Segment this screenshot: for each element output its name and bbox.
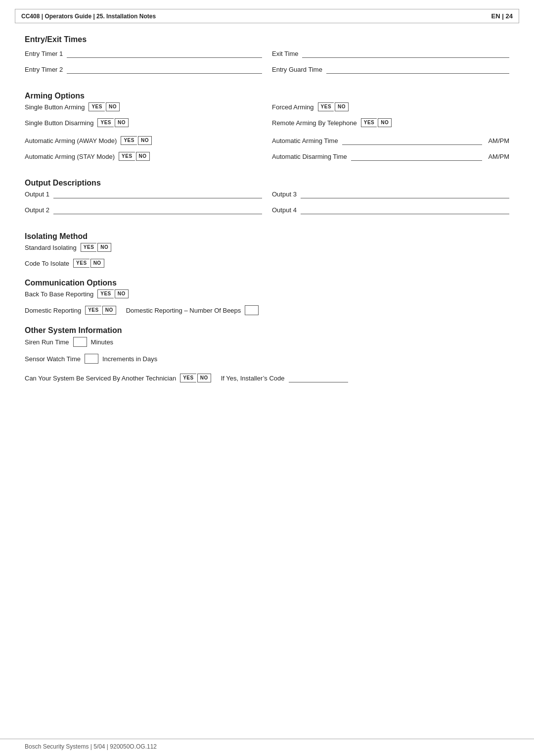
entry-exit-col1: Entry Timer 1 Entry Timer 2 xyxy=(25,49,262,81)
output-col1: Output 1 Output 2 xyxy=(25,189,262,221)
entry-exit-grid: Entry Timer 1 Entry Timer 2 Exit Time En… xyxy=(25,49,509,81)
output-4-label: Output 4 xyxy=(272,206,297,214)
auto-arming-away-no[interactable]: NO xyxy=(138,136,152,145)
technician-yn: YES NO xyxy=(180,374,211,382)
domestic-reporting-no[interactable]: NO xyxy=(102,306,116,315)
output-2-label: Output 2 xyxy=(25,206,49,214)
single-button-arming-yes[interactable]: YES xyxy=(89,102,105,111)
installer-code-input[interactable] xyxy=(289,374,348,382)
auto-arming-away-yes[interactable]: YES xyxy=(121,136,137,145)
auto-arming-away-yn: YES NO xyxy=(121,136,152,145)
section-other-title: Other System Information xyxy=(25,326,509,335)
back-to-base-yn: YES NO xyxy=(97,289,129,298)
auto-arming-away-row: Automatic Arming (AWAY Mode) YES NO xyxy=(25,136,262,145)
exit-time-input[interactable] xyxy=(302,49,509,58)
auto-disarming-time-label: Automatic Disarming Time xyxy=(272,153,347,160)
sensor-watch-time-input[interactable] xyxy=(85,354,98,364)
entry-exit-col2: Exit Time Entry Guard Time xyxy=(272,49,509,81)
section-output-title: Output Descriptions xyxy=(25,179,509,188)
single-button-disarming-label: Single Button Disarming xyxy=(25,119,93,127)
header-bar: CC408 | Operators Guide | 25. Installati… xyxy=(15,9,519,23)
entry-guard-time-label: Entry Guard Time xyxy=(272,66,322,73)
standard-isolating-yn: YES NO xyxy=(81,243,112,252)
remote-arming-telephone-no[interactable]: NO xyxy=(378,118,392,127)
domestic-reporting-beeps-input[interactable] xyxy=(245,305,259,315)
forced-arming-yes[interactable]: YES xyxy=(318,102,334,111)
domestic-reporting-yes[interactable]: YES xyxy=(85,306,101,315)
back-to-base-no[interactable]: NO xyxy=(115,289,129,298)
single-button-disarming-row: Single Button Disarming YES NO xyxy=(25,118,262,127)
remote-arming-telephone-label: Remote Arming By Telephone xyxy=(272,119,357,127)
entry-timer-2-label: Entry Timer 2 xyxy=(25,66,63,73)
auto-arming-stay-yes[interactable]: YES xyxy=(119,152,135,161)
entry-timer-2-input[interactable] xyxy=(67,65,262,74)
section-communication-title: Communication Options xyxy=(25,279,509,287)
entry-guard-time-input[interactable] xyxy=(326,65,509,74)
output-grid: Output 1 Output 2 Output 3 Output 4 xyxy=(25,189,509,221)
technician-no[interactable]: NO xyxy=(197,374,211,382)
single-button-arming-no[interactable]: NO xyxy=(106,102,120,111)
standard-isolating-row: Standard Isolating YES NO xyxy=(25,243,509,252)
entry-timer-1-row: Entry Timer 1 xyxy=(25,49,262,58)
auto-arming-away-label: Automatic Arming (AWAY Mode) xyxy=(25,137,117,144)
single-button-arming-row: Single Button Arming YES NO xyxy=(25,102,262,111)
auto-arming-time-ampm: AM/PM xyxy=(488,137,509,144)
output-3-input[interactable] xyxy=(301,189,509,198)
output-2-input[interactable] xyxy=(53,205,262,214)
domestic-reporting-beeps-label: Domestic Reporting – Number Of Beeps xyxy=(126,307,241,314)
back-to-base-yes[interactable]: YES xyxy=(97,289,114,298)
footer: Bosch Security Systems | 5/04 | 920050O.… xyxy=(0,739,534,750)
section-entry-exit-title: Entry/Exit Times xyxy=(25,35,509,44)
entry-timer-1-input[interactable] xyxy=(67,49,262,58)
code-to-isolate-label: Code To Isolate xyxy=(25,260,69,267)
single-button-disarming-no[interactable]: NO xyxy=(115,118,129,127)
output-3-row: Output 3 xyxy=(272,189,509,198)
single-button-disarming-yes[interactable]: YES xyxy=(97,118,114,127)
domestic-reporting-row: Domestic Reporting YES NO Domestic Repor… xyxy=(25,305,509,315)
section-isolating-title: Isolating Method xyxy=(25,232,509,241)
output-4-input[interactable] xyxy=(301,205,509,214)
header-left: CC408 | Operators Guide | 25. Installati… xyxy=(21,13,156,20)
output-2-row: Output 2 xyxy=(25,205,262,214)
entry-timer-1-label: Entry Timer 1 xyxy=(25,50,63,57)
single-button-arming-label: Single Button Arming xyxy=(25,103,85,111)
output-1-input[interactable] xyxy=(53,189,262,198)
code-to-isolate-yn: YES NO xyxy=(73,259,104,268)
technician-yes[interactable]: YES xyxy=(180,374,196,382)
section-arming-title: Arming Options xyxy=(25,92,509,100)
code-to-isolate-no[interactable]: NO xyxy=(90,259,104,268)
content-area: Entry/Exit Times Entry Timer 1 Entry Tim… xyxy=(25,35,509,382)
domestic-reporting-label: Domestic Reporting xyxy=(25,307,81,314)
siren-run-time-row: Siren Run Time Minutes xyxy=(25,337,509,347)
output-1-label: Output 1 xyxy=(25,190,49,198)
sensor-watch-time-label: Sensor Watch Time xyxy=(25,355,81,363)
auto-arming-stay-yn: YES NO xyxy=(119,152,150,161)
standard-isolating-label: Standard Isolating xyxy=(25,244,77,251)
auto-arming-stay-label: Automatic Arming (STAY Mode) xyxy=(25,153,115,160)
standard-isolating-no[interactable]: NO xyxy=(97,243,111,252)
standard-isolating-yes[interactable]: YES xyxy=(81,243,97,252)
auto-arming-stay-row: Automatic Arming (STAY Mode) YES NO xyxy=(25,152,262,161)
single-button-disarming-yn: YES NO xyxy=(97,118,129,127)
code-to-isolate-row: Code To Isolate YES NO xyxy=(25,259,509,268)
output-1-row: Output 1 xyxy=(25,189,262,198)
exit-time-row: Exit Time xyxy=(272,49,509,58)
page-wrapper: CC408 | Operators Guide | 25. Installati… xyxy=(0,9,534,756)
auto-disarming-time-ampm: AM/PM xyxy=(488,153,509,160)
header-title-bold: CC408 | Operators Guide | 25. Installati… xyxy=(21,13,156,20)
entry-timer-2-row: Entry Timer 2 xyxy=(25,65,262,74)
remote-arming-telephone-yes[interactable]: YES xyxy=(361,118,377,127)
siren-run-time-input[interactable] xyxy=(73,337,87,347)
forced-arming-no[interactable]: NO xyxy=(335,102,349,111)
footer-text: Bosch Security Systems | 5/04 | 920050O.… xyxy=(25,743,157,750)
single-button-arming-yn: YES NO xyxy=(89,102,120,111)
code-to-isolate-yes[interactable]: YES xyxy=(73,259,89,268)
auto-arming-time-input[interactable] xyxy=(342,136,483,145)
auto-arming-stay-no[interactable]: NO xyxy=(136,152,150,161)
technician-label: Can Your System Be Serviced By Another T… xyxy=(25,375,176,382)
forced-arming-yn: YES NO xyxy=(318,102,349,111)
auto-disarming-time-input[interactable] xyxy=(351,152,483,161)
output-4-row: Output 4 xyxy=(272,205,509,214)
header-right: EN | 24 xyxy=(491,12,513,20)
installer-code-label: If Yes, Installer’s Code xyxy=(221,375,285,382)
